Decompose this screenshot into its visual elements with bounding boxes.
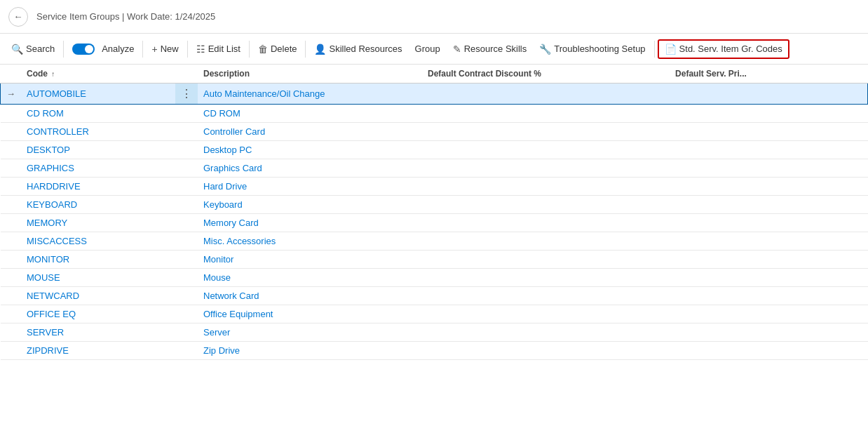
row-menu-cell[interactable] [175,232,198,251]
new-label: New [161,44,179,54]
code-cell[interactable]: CONTROLLER [21,123,175,141]
description-cell[interactable]: Desktop PC [198,141,422,159]
group-button[interactable]: Group [409,41,446,57]
price-cell [670,159,867,178]
delete-icon: 🗑 [258,44,268,55]
separator-1 [63,41,64,58]
description-cell[interactable]: Keyboard [198,196,422,214]
description-cell[interactable]: Network Card [198,287,422,305]
row-menu-cell[interactable] [175,324,198,342]
row-arrow-cell [1,159,22,178]
description-cell[interactable]: Hard Drive [198,178,422,196]
row-menu-cell[interactable] [175,159,198,178]
code-cell[interactable]: MOUSE [21,269,175,287]
table-row[interactable]: KEYBOARDKeyboard [1,196,868,214]
row-arrow-cell [1,269,22,287]
row-menu-cell[interactable]: ⋮ [175,84,198,105]
troubleshooting-icon: 🔧 [539,44,551,55]
price-cell [670,178,867,196]
table-row[interactable]: GRAPHICSGraphics Card [1,159,868,178]
row-menu-cell[interactable] [175,251,198,269]
row-menu-cell[interactable] [175,269,198,287]
separator-2 [142,41,143,58]
row-arrow-cell [1,342,22,360]
back-button[interactable]: ← [8,7,28,27]
code-cell[interactable]: MONITOR [21,251,175,269]
col-menu [175,65,198,84]
code-cell[interactable]: AUTOMOBILE [21,84,175,105]
row-menu-cell[interactable] [175,141,198,159]
std-serv-button[interactable]: 📄 Std. Serv. Item Gr. Codes [658,39,789,59]
code-cell[interactable]: DESKTOP [21,141,175,159]
code-cell[interactable]: CD ROM [21,105,175,123]
table-row[interactable]: SERVERServer [1,324,868,342]
code-cell[interactable]: GRAPHICS [21,159,175,178]
row-menu-cell[interactable] [175,305,198,324]
row-menu-cell[interactable] [175,123,198,141]
troubleshooting-setup-button[interactable]: 🔧 Troubleshooting Setup [534,41,651,58]
description-cell[interactable]: Mouse [198,269,422,287]
row-arrow-cell [1,105,22,123]
description-cell[interactable]: Office Equipment [198,305,422,324]
description-cell[interactable]: Monitor [198,251,422,269]
search-button[interactable]: 🔍 Search [6,41,60,58]
code-cell[interactable]: SERVER [21,324,175,342]
col-discount-header: Default Contract Discount % [422,65,670,84]
table-row[interactable]: MEMORYMemory Card [1,214,868,232]
code-cell[interactable]: HARDDRIVE [21,178,175,196]
delete-button[interactable]: 🗑 Delete [252,41,303,58]
discount-cell [422,232,670,251]
description-cell[interactable]: Controller Card [198,123,422,141]
price-cell [670,232,867,251]
table-row[interactable]: OFFICE EQOffice Equipment [1,305,868,324]
row-arrow-cell: → [1,84,22,105]
description-cell[interactable]: Server [198,324,422,342]
code-cell[interactable]: ZIPDRIVE [21,342,175,360]
table-header-row: Code ↑ Description Default Contract Disc… [1,65,868,84]
skilled-resources-icon: 👤 [314,44,326,55]
description-cell[interactable]: Zip Drive [198,342,422,360]
row-menu-cell[interactable] [175,214,198,232]
description-cell[interactable]: Memory Card [198,214,422,232]
table-row[interactable]: MISCACCESSMisc. Accessories [1,232,868,251]
code-cell[interactable]: KEYBOARD [21,196,175,214]
col-code-header[interactable]: Code ↑ [21,65,175,84]
row-menu-cell[interactable] [175,178,198,196]
code-cell[interactable]: MISCACCESS [21,232,175,251]
code-cell[interactable]: OFFICE EQ [21,305,175,324]
row-menu-cell[interactable] [175,287,198,305]
table-row[interactable]: NETWCARDNetwork Card [1,287,868,305]
code-cell[interactable]: NETWCARD [21,287,175,305]
resource-skills-button[interactable]: ✎ Resource Skills [447,41,533,58]
discount-header-label: Default Contract Discount % [428,69,541,79]
analyze-label: Analyze [102,44,134,54]
analyze-toggle[interactable]: Analyze [67,41,140,58]
row-menu-cell[interactable] [175,342,198,360]
new-button[interactable]: + New [146,41,184,58]
description-cell[interactable]: Graphics Card [198,159,422,178]
code-cell[interactable]: MEMORY [21,214,175,232]
discount-cell [422,287,670,305]
table-row[interactable]: CONTROLLERController Card [1,123,868,141]
table-row[interactable]: ZIPDRIVEZip Drive [1,342,868,360]
edit-list-button[interactable]: ☷ Edit List [191,41,246,58]
skilled-resources-button[interactable]: 👤 Skilled Resources [308,41,407,58]
discount-cell [422,159,670,178]
row-arrow-cell [1,178,22,196]
table-row[interactable]: CD ROMCD ROM [1,105,868,123]
row-menu-cell[interactable] [175,105,198,123]
table-row[interactable]: DESKTOPDesktop PC [1,141,868,159]
row-menu-cell[interactable] [175,196,198,214]
description-cell[interactable]: Misc. Accessories [198,232,422,251]
table-row[interactable]: MOUSEMouse [1,269,868,287]
description-cell[interactable]: Auto Maintenance/Oil Change [198,84,422,105]
table-row[interactable]: MONITORMonitor [1,251,868,269]
delete-label: Delete [271,44,297,54]
resource-skills-label: Resource Skills [464,44,527,54]
table-row[interactable]: →AUTOMOBILE⋮Auto Maintenance/Oil Change [1,84,868,105]
price-cell [670,269,867,287]
toolbar: 🔍 Search Analyze + New ☷ Edit List 🗑 Del… [0,34,868,65]
description-cell[interactable]: CD ROM [198,105,422,123]
row-arrow-cell [1,287,22,305]
table-row[interactable]: HARDDRIVEHard Drive [1,178,868,196]
